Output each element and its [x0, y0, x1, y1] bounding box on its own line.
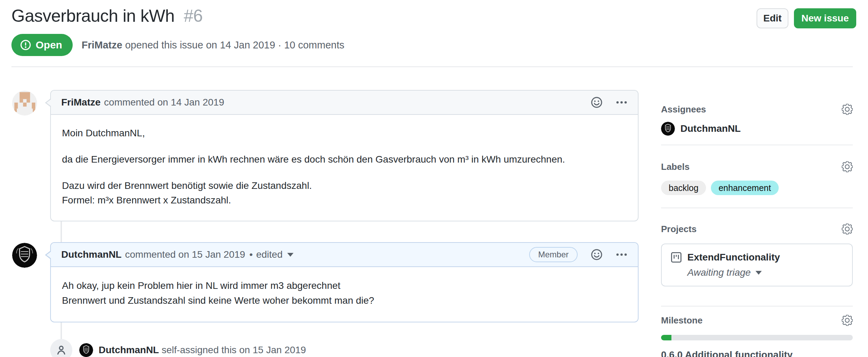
timeline-event-self-assigned: DutchmanNL self-assigned this on 15 Jan …: [50, 339, 639, 357]
dutchmannl-avatar-small[interactable]: [79, 343, 93, 357]
issue-header: Gasverbrauch in kWh #6 Edit New issue Op…: [0, 0, 868, 56]
milestone-heading[interactable]: Milestone: [661, 315, 703, 326]
project-name-link[interactable]: ExtendFunctionality: [687, 252, 780, 263]
discussion-column: FriMatze commented on 14 Jan 2019: [11, 67, 639, 357]
state-label: Open: [36, 39, 62, 51]
event-actor-link[interactable]: DutchmanNL: [99, 345, 159, 355]
comment-body: Moin DutchmanNL, da die Energieversorger…: [51, 115, 638, 221]
issue-page: Gasverbrauch in kWh #6 Edit New issue Op…: [0, 0, 868, 357]
comment-author-link[interactable]: FriMatze: [61, 97, 101, 108]
assignee-name[interactable]: DutchmanNL: [680, 123, 741, 134]
kebab-menu-icon[interactable]: [616, 249, 627, 260]
header-buttons: Edit New issue: [757, 8, 856, 28]
label-pill[interactable]: enhancement: [711, 181, 779, 195]
gear-icon[interactable]: [842, 104, 853, 115]
project-board-icon: [671, 252, 682, 263]
labels-heading[interactable]: Labels: [661, 162, 689, 172]
edit-button[interactable]: Edit: [757, 8, 788, 28]
gear-icon[interactable]: [842, 161, 853, 172]
sidebar-section-milestone: Milestone 0.6.0 Additional functionality: [661, 306, 853, 357]
assignee-avatar[interactable]: [661, 122, 675, 136]
frimatze-avatar[interactable]: [12, 91, 37, 116]
sidebar-section-labels: Labels backlog enhancement: [661, 145, 853, 208]
milestone-name-link[interactable]: 0.6.0 Additional functionality: [661, 349, 853, 357]
gear-icon[interactable]: [842, 315, 853, 326]
comment-timestamp: commented on 14 Jan 2019: [104, 97, 224, 108]
comment-dutchmannl: DutchmanNL commented on 15 Jan 2019 • ed…: [50, 242, 639, 322]
issue-title-text: Gasverbrauch in kWh: [11, 6, 174, 26]
dutchmannl-avatar[interactable]: [12, 243, 37, 268]
assignee-row[interactable]: DutchmanNL: [661, 122, 853, 136]
sidebar: Assignees: [661, 67, 853, 357]
label-row: backlog enhancement: [661, 181, 853, 195]
page-title: Gasverbrauch in kWh #6: [11, 5, 856, 27]
comment-author-link[interactable]: DutchmanNL: [61, 249, 121, 260]
status-row: Open FriMatze opened this issue on 14 Ja…: [11, 34, 856, 56]
kebab-menu-icon[interactable]: [616, 97, 627, 108]
edited-dropdown[interactable]: edited: [256, 249, 293, 260]
project-status-dropdown[interactable]: Awaiting triage: [687, 267, 843, 278]
projects-heading[interactable]: Projects: [661, 224, 697, 235]
comment-body: Ah okay, jup kein Problem hier in NL wir…: [51, 267, 638, 322]
comment-header: DutchmanNL commented on 15 Jan 2019 • ed…: [51, 243, 638, 267]
add-reaction-icon[interactable]: [591, 97, 603, 108]
caret-down-icon: [756, 271, 762, 275]
new-issue-button[interactable]: New issue: [794, 8, 856, 28]
label-pill[interactable]: backlog: [661, 181, 706, 195]
comment-paragraph: Ah okay, jup kein Problem hier in NL wir…: [62, 278, 627, 308]
comment-paragraph: Dazu wird der Brennwert benötigt sowie d…: [62, 178, 627, 208]
gear-icon[interactable]: [842, 223, 853, 235]
comment-paragraph: da die Energieversorger immer in kWh rec…: [62, 152, 627, 167]
issue-author-link[interactable]: FriMatze: [82, 39, 123, 51]
event-text: DutchmanNL self-assigned this on 15 Jan …: [99, 345, 306, 356]
project-card: ExtendFunctionality Awaiting triage: [661, 244, 853, 286]
milestone-progress-bar: [661, 335, 853, 340]
member-badge: Member: [529, 247, 578, 262]
comment-timestamp: commented on 15 Jan 2019: [125, 249, 245, 260]
comment-paragraph: Moin DutchmanNL,: [62, 126, 627, 140]
comment-header: FriMatze commented on 14 Jan 2019: [51, 91, 638, 115]
person-icon: [50, 339, 72, 357]
issue-number: #6: [179, 6, 203, 26]
add-reaction-icon[interactable]: [591, 249, 603, 260]
sidebar-section-assignees: Assignees: [661, 67, 853, 145]
caret-down-icon: [287, 253, 293, 257]
issue-state-badge: Open: [11, 34, 73, 56]
sidebar-section-projects: Projects: [661, 208, 853, 306]
assignees-heading[interactable]: Assignees: [661, 104, 706, 115]
timeline: FriMatze commented on 14 Jan 2019: [50, 90, 639, 357]
issue-status-text: FriMatze opened this issue on 14 Jan 201…: [82, 39, 344, 51]
issue-opened-icon: [20, 39, 31, 51]
milestone-progress-fill: [661, 335, 671, 340]
comment-frimatze: FriMatze commented on 14 Jan 2019: [50, 90, 639, 221]
